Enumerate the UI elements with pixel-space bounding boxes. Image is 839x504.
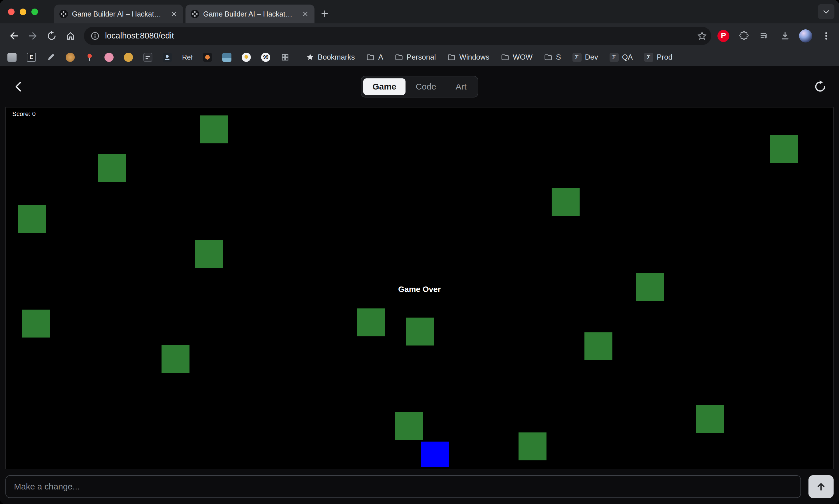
pinterest-badge: P — [717, 30, 730, 42]
home-button[interactable] — [61, 26, 80, 45]
site-info-icon[interactable] — [90, 31, 100, 41]
enemy-square — [552, 188, 580, 216]
letter-e-bookmark-icon[interactable]: E — [27, 53, 36, 62]
enemy-square — [22, 310, 50, 338]
whale-bookmark-icon[interactable] — [222, 53, 232, 62]
fullscreen-window-button[interactable] — [31, 8, 38, 15]
reload-button[interactable] — [42, 26, 61, 45]
lightbulb-bookmark-icon[interactable] — [242, 53, 251, 62]
pretzel-bookmark-icon[interactable] — [66, 53, 75, 62]
bookmark-folder-wow[interactable]: WOW — [501, 53, 532, 61]
browser-toolbar: localhost:8080/edit P — [0, 23, 839, 48]
change-input[interactable] — [5, 475, 801, 498]
enemy-square — [770, 135, 798, 163]
player-square — [421, 442, 449, 467]
tab-close-icon[interactable] — [169, 9, 179, 19]
folder-icon — [501, 53, 509, 61]
back-button[interactable] — [4, 26, 23, 45]
browser-menu-kebab-icon[interactable] — [818, 28, 835, 44]
tab-favicon-icon — [59, 10, 68, 18]
enemy-square — [98, 154, 126, 182]
toolbar-extensions: P — [715, 28, 835, 44]
bookmark-label: Bookmarks — [318, 53, 355, 61]
avatar-image — [799, 29, 812, 42]
app-refresh-button[interactable] — [811, 77, 829, 96]
tab-code[interactable]: Code — [407, 78, 445, 95]
game-over-label: Game Over — [6, 285, 833, 294]
sigma-icon: Σ — [572, 53, 582, 62]
profile-avatar[interactable] — [797, 28, 814, 44]
bookmark-folder-personal[interactable]: Personal — [395, 53, 436, 61]
sigma-icon: Σ — [610, 53, 619, 62]
media-controls-icon[interactable] — [756, 28, 773, 44]
enemy-square — [161, 345, 189, 373]
quote-badge-bookmark-icon[interactable]: 99 — [261, 53, 270, 62]
app-page: Game Code Art Score: 0 Game Over — [0, 66, 839, 504]
browser-tab-2[interactable]: Game Builder AI – Hackathon — [186, 4, 314, 23]
bookmark-label: WOW — [513, 53, 532, 61]
folder-icon — [447, 53, 456, 61]
tab-favicon-icon — [191, 10, 199, 18]
enemy-square — [395, 412, 423, 440]
forward-button[interactable] — [23, 26, 42, 45]
tab-game[interactable]: Game — [363, 78, 405, 95]
tab-art[interactable]: Art — [446, 78, 476, 95]
tab-close-icon[interactable] — [300, 9, 310, 19]
close-window-button[interactable] — [8, 8, 15, 15]
folder-icon — [544, 53, 552, 61]
enemy-square — [357, 308, 385, 336]
bookmark-label: Prod — [657, 53, 672, 61]
app-back-button[interactable] — [10, 77, 28, 96]
browser-tab-1[interactable]: Game Builder AI – Hackathon — [54, 4, 183, 23]
extensions-puzzle-icon[interactable] — [736, 28, 752, 44]
tab-strip: Game Builder AI – Hackathon Game Builder… — [0, 0, 839, 23]
orange-dot-bookmark-icon[interactable] — [203, 53, 212, 62]
bookmark-label: S — [556, 53, 561, 61]
bookmark-label: QA — [622, 53, 633, 61]
address-bar[interactable]: localhost:8080/edit — [84, 27, 711, 45]
person-bookmark-icon[interactable] — [162, 53, 172, 62]
terminal-bookmark-icon[interactable] — [143, 53, 152, 62]
bookmark-folders: Bookmarks A Personal Windows WOW S — [306, 53, 672, 62]
url-text: localhost:8080/edit — [105, 31, 174, 40]
bookmark-folder-a[interactable]: A — [366, 53, 383, 61]
submit-change-button[interactable] — [808, 475, 834, 498]
game-canvas[interactable]: Score: 0 Game Over — [5, 107, 834, 469]
window-controls — [8, 0, 38, 23]
enemy-square — [200, 115, 228, 143]
enemy-square — [195, 240, 223, 268]
bookmark-label: Personal — [407, 53, 436, 61]
grid-bookmark-icon[interactable] — [280, 53, 290, 62]
browser-window: Game Builder AI – Hackathon Game Builder… — [0, 0, 839, 504]
bookmark-label: Dev — [585, 53, 598, 61]
bear-bookmark-icon[interactable] — [124, 53, 133, 62]
bookmark-folder-windows[interactable]: Windows — [447, 53, 489, 61]
ref-bookmark[interactable]: Ref — [182, 53, 193, 62]
downloads-icon[interactable] — [777, 28, 793, 44]
score-label: Score: 0 — [12, 110, 36, 118]
bookmark-item-qa[interactable]: Σ QA — [610, 53, 633, 62]
pinterest-extension-icon[interactable]: P — [715, 28, 732, 44]
new-tab-button[interactable] — [317, 6, 333, 22]
bookmark-star-icon[interactable] — [697, 31, 707, 41]
window-bookmark-icon[interactable] — [7, 53, 17, 62]
bookmark-label: Windows — [459, 53, 489, 61]
pen-bookmark-icon[interactable] — [46, 53, 55, 62]
tab-title: Game Builder AI – Hackathon — [72, 10, 165, 18]
minimize-window-button[interactable] — [20, 8, 26, 15]
pushpin-bookmark-icon[interactable] — [85, 53, 94, 62]
bookmark-favicons: E Ref 99 — [7, 53, 290, 62]
bookmark-item-dev[interactable]: Σ Dev — [572, 53, 598, 62]
arrow-up-icon — [815, 481, 827, 492]
view-switcher: Game Code Art — [361, 76, 478, 97]
sigma-icon: Σ — [644, 53, 653, 62]
tab-search-button[interactable] — [818, 4, 835, 19]
bookmarks-separator — [298, 52, 298, 62]
enemy-square — [406, 318, 434, 345]
bookmark-item-bookmarks[interactable]: Bookmarks — [306, 53, 355, 61]
bookmark-item-prod[interactable]: Σ Prod — [644, 53, 672, 62]
bookmark-folder-s[interactable]: S — [544, 53, 561, 61]
bookmark-label: A — [378, 53, 383, 61]
enemy-square — [18, 205, 46, 233]
brain-bookmark-icon[interactable] — [104, 53, 114, 62]
